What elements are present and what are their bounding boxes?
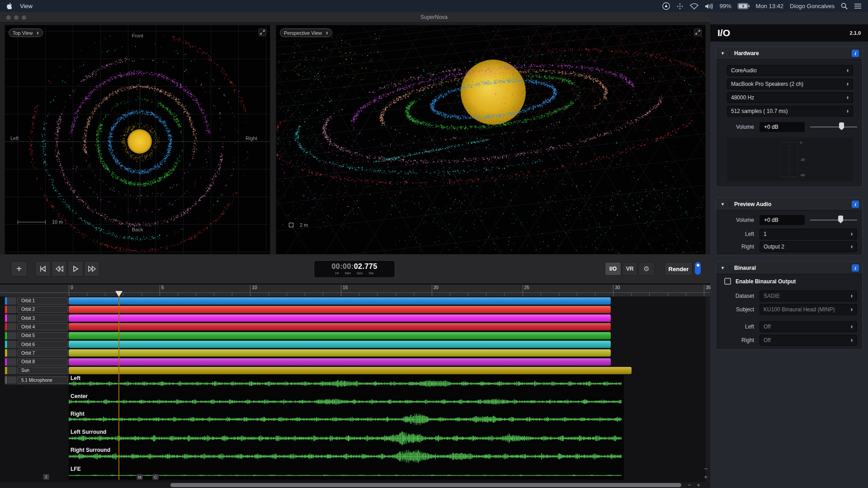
timeline-ruler[interactable]: 05101520253035	[0, 285, 710, 296]
render-button[interactable]: Render	[665, 262, 693, 276]
clip-orbit-2[interactable]	[69, 306, 611, 313]
zoom-in-button[interactable]: +	[695, 482, 702, 488]
center-button[interactable]: C	[152, 474, 159, 480]
render-toggle[interactable]	[695, 262, 701, 275]
track-grip[interactable]	[8, 349, 16, 357]
track-grip[interactable]	[8, 323, 16, 330]
vr-button[interactable]: VR	[622, 262, 637, 276]
audio-device-select[interactable]: MacBook Pro Speakers (2 ch) ▲▼	[727, 79, 853, 89]
track-row-sun[interactable]: Sun	[5, 366, 69, 375]
settings-gear-button[interactable]: ⚙	[638, 262, 655, 276]
track-name[interactable]: Orbit 6	[17, 341, 68, 348]
track-row-orbit-8[interactable]: Orbit 8	[5, 357, 69, 366]
top-view-selector[interactable]: Top View ▲▼	[9, 28, 43, 37]
import-audio-button[interactable]: ↧	[43, 474, 49, 480]
track-name[interactable]: Orbit 8	[17, 358, 68, 366]
clip-orbit-4[interactable]	[69, 323, 611, 330]
track-grip[interactable]	[8, 341, 16, 348]
collapse-arrow-icon[interactable]: ▼	[716, 51, 730, 56]
track-name[interactable]: Orbit 3	[17, 314, 68, 322]
slider-thumb[interactable]	[839, 122, 844, 130]
enable-binaural-checkbox[interactable]	[724, 278, 731, 285]
zoom-out-button[interactable]: −	[686, 482, 693, 488]
track-name[interactable]: Orbit 4	[17, 323, 68, 330]
alert-circle-icon[interactable]	[662, 2, 670, 10]
info-icon[interactable]: i	[852, 264, 859, 272]
track-grip[interactable]	[8, 332, 16, 339]
collapse-arrow-icon[interactable]: ▼	[716, 266, 730, 270]
track-row-orbit-2[interactable]: Orbit 2	[5, 305, 69, 314]
rewind-button[interactable]	[52, 261, 67, 277]
add-track-button[interactable]: +	[11, 261, 27, 277]
track-row-orbit-4[interactable]: Orbit 4	[5, 323, 69, 331]
perspective-selector[interactable]: Perspective View ▲▼	[280, 28, 332, 37]
track-row-5-1-microphone[interactable]: 5.1 Microphone	[5, 375, 69, 385]
slider-thumb[interactable]	[838, 216, 843, 223]
horizontal-scrollbar[interactable]	[0, 482, 710, 488]
vertical-scrollbar[interactable]	[706, 296, 710, 482]
hardware-volume-slider[interactable]	[810, 122, 857, 132]
play-button[interactable]	[68, 261, 83, 277]
preview-volume-field[interactable]: +0 dB	[760, 215, 805, 225]
info-icon[interactable]: i	[852, 201, 859, 208]
clip-orbit-7[interactable]	[69, 349, 611, 357]
buffer-size-select[interactable]: 512 samples ( 10.7 ms) ▲▼	[727, 106, 853, 117]
track-name[interactable]: 5.1 Microphone	[17, 376, 68, 384]
track-grip[interactable]	[8, 367, 16, 374]
track-name[interactable]: Sun	[17, 367, 68, 374]
track-row-orbit-6[interactable]: Orbit 6	[5, 340, 69, 349]
track-row-orbit-3[interactable]: Orbit 3	[5, 314, 69, 323]
mute-button[interactable]: M	[137, 474, 143, 480]
control-center-icon[interactable]	[854, 3, 862, 9]
binaural-left-select[interactable]: Off ▲▼	[760, 321, 857, 332]
spotlight-search-icon[interactable]	[841, 3, 848, 9]
track-row-orbit-1[interactable]: Orbit 1	[5, 296, 69, 305]
track-name[interactable]: Orbit 1	[17, 297, 68, 305]
preview-left-select[interactable]: 1 ▲▼	[760, 229, 857, 239]
track-grip[interactable]	[8, 306, 16, 313]
menu-item-view[interactable]: View	[15, 0, 46, 12]
track-grip[interactable]	[8, 358, 16, 366]
clip-orbit-8[interactable]	[69, 358, 611, 366]
track-grip[interactable]	[8, 297, 16, 305]
expand-icon[interactable]	[694, 28, 702, 36]
track-name[interactable]: Orbit 7	[17, 349, 68, 357]
clip-orbit-1[interactable]	[69, 297, 611, 305]
track-grip[interactable]	[8, 314, 16, 322]
clip-orbit-5[interactable]	[69, 332, 611, 339]
info-icon[interactable]: i	[852, 50, 859, 57]
menubar-user[interactable]: Diogo Goncalves	[790, 3, 835, 9]
volume-icon[interactable]	[705, 3, 713, 9]
subject-select[interactable]: KU100 Binaural Head (MINP) ▲▼	[760, 304, 857, 315]
clip-orbit-3[interactable]	[69, 314, 611, 322]
track-name[interactable]: Orbit 2	[17, 306, 68, 313]
move-arrows-icon[interactable]	[676, 3, 684, 10]
track-row-orbit-5[interactable]: Orbit 5	[5, 331, 69, 340]
perspective-canvas[interactable]	[276, 25, 705, 254]
menubar-clock[interactable]: Mon 13:42	[756, 3, 783, 9]
playhead-marker[interactable]	[115, 291, 123, 297]
audio-driver-select[interactable]: CoreAudio ▲▼	[727, 65, 853, 76]
preview-audio-header[interactable]: ▼ Preview Audio i	[716, 198, 862, 211]
fast-forward-button[interactable]	[84, 261, 99, 277]
preview-volume-slider[interactable]	[810, 215, 857, 225]
track-row-orbit-7[interactable]: Orbit 7	[5, 349, 69, 357]
hardware-volume-field[interactable]: +0 dB	[760, 122, 805, 132]
clip-orbit-6[interactable]	[69, 341, 611, 348]
perspective-viewport[interactable]: Perspective View ▲▼ 2 m	[276, 25, 706, 254]
v-zoom-in-button[interactable]: +	[702, 474, 709, 480]
hardware-section-header[interactable]: ▼ Hardware i	[716, 47, 862, 60]
v-zoom-out-button[interactable]: −	[702, 465, 709, 472]
wifi-icon[interactable]	[690, 3, 698, 9]
io-button[interactable]: I/O	[605, 262, 621, 276]
binaural-right-select[interactable]: Off ▲▼	[760, 335, 857, 346]
expand-icon[interactable]	[259, 28, 266, 36]
collapse-arrow-icon[interactable]: ▼	[716, 202, 730, 206]
preview-right-select[interactable]: Output 2 ▲▼	[760, 241, 857, 252]
binaural-header[interactable]: ▼ Binaural i	[716, 262, 862, 274]
clip-sun[interactable]	[69, 367, 632, 374]
track-name[interactable]: Orbit 5	[17, 332, 68, 339]
apple-menu[interactable]	[6, 2, 15, 10]
track-grip[interactable]	[8, 376, 16, 384]
waveform-canvas[interactable]	[69, 375, 624, 480]
